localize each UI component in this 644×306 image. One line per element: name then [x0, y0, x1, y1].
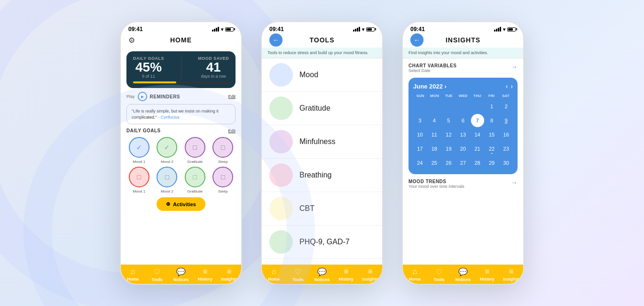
- cal-day-5[interactable]: 5: [442, 114, 455, 127]
- cal-day-21[interactable]: 21: [471, 142, 484, 155]
- cal-day-29[interactable]: 29: [485, 156, 498, 169]
- cal-day-24[interactable]: 24: [413, 156, 426, 169]
- wifi-icon-insights: ▾: [503, 27, 505, 32]
- tools-content: Mood Gratitude Minfulness Breathing CBT: [262, 58, 382, 265]
- tool-gratitude-label: Gratitude: [299, 104, 330, 113]
- tools-nav-icon-i: ♡: [436, 267, 442, 276]
- goal-circle-mood1b: □: [129, 167, 149, 187]
- cal-day-30[interactable]: 30: [500, 156, 513, 169]
- calendar-next[interactable]: ›: [510, 82, 513, 90]
- cal-day-13[interactable]: 13: [456, 128, 470, 141]
- cal-day-26[interactable]: 26: [442, 156, 455, 169]
- insights-content: CHART VARIABLES Select Date → June 2022 …: [403, 58, 523, 265]
- nav-home-t[interactable]: ⌂ Home: [262, 267, 286, 282]
- cal-day-empty1: [413, 100, 426, 113]
- square-icon-gratitudeb: □: [193, 173, 197, 181]
- cal-day-17[interactable]: 17: [413, 142, 426, 155]
- cal-day-7-today[interactable]: 7: [471, 114, 484, 127]
- battery-icon-insights: [507, 27, 516, 32]
- nav-home-i[interactable]: ⌂ Home: [403, 267, 427, 282]
- tool-phq[interactable]: PHQ-9, GAD-7: [262, 225, 382, 259]
- cal-day-14[interactable]: 14: [471, 128, 484, 141]
- cal-day-9[interactable]: 9: [500, 114, 513, 127]
- cal-day-27[interactable]: 27: [456, 156, 470, 169]
- insights-scroll: CHART VARIABLES Select Date → June 2022 …: [403, 58, 523, 265]
- goal-item-mood1b[interactable]: □ Mood 1: [126, 167, 152, 193]
- cal-day-10[interactable]: 10: [413, 128, 426, 141]
- battery-icon-tools: [366, 27, 375, 32]
- cal-day-6[interactable]: 6: [456, 114, 470, 127]
- goals-edit[interactable]: Edit: [228, 129, 236, 133]
- mood-trends-left: MOOD TRENDS Your mood over time interval…: [408, 179, 464, 189]
- goal-item-mood2[interactable]: ✓ Mood 2: [155, 137, 180, 164]
- nav-history-t[interactable]: ≡ History: [334, 267, 358, 282]
- tool-minfulness-circle: [269, 130, 293, 153]
- cal-day-15[interactable]: 15: [485, 128, 498, 141]
- nav-notices-i[interactable]: 💬 Notices: [451, 267, 475, 282]
- activities-plus-icon: ⊕: [166, 201, 170, 207]
- goal-item-sleepb[interactable]: □ Sleep: [211, 167, 236, 193]
- cal-day-20[interactable]: 20: [456, 142, 470, 155]
- home-nav-label-i: Home: [409, 277, 421, 282]
- reminders-edit[interactable]: Edit: [228, 94, 236, 99]
- tool-cbt[interactable]: CBT: [262, 192, 382, 225]
- cal-day-11[interactable]: 11: [428, 128, 441, 141]
- back-button-tools[interactable]: ←: [269, 33, 283, 47]
- history-nav-icon-i: ≡: [485, 267, 489, 276]
- chart-variables-arrow[interactable]: →: [511, 63, 518, 71]
- back-button-insights[interactable]: ←: [410, 33, 424, 47]
- nav-notices-t[interactable]: 💬 Notices: [310, 267, 334, 282]
- nav-tools[interactable]: ♡ Tools: [145, 267, 169, 282]
- reminders-section: Play ▶ REMINDERS Edit "Life is really si…: [126, 92, 236, 124]
- cal-day-25[interactable]: 25: [428, 156, 441, 169]
- reminders-left: Play ▶ REMINDERS: [126, 92, 180, 101]
- goal-label-gratitudeb: Gratitude: [187, 189, 203, 193]
- tool-breathing[interactable]: Breathing: [262, 159, 382, 192]
- goal-item-gratitudeb[interactable]: □ Gratitude: [182, 167, 208, 193]
- play-button[interactable]: ▶: [138, 92, 147, 101]
- goal-item-mood1[interactable]: ✓ Mood 1: [126, 137, 152, 164]
- reminders-title: REMINDERS: [150, 94, 181, 99]
- cal-day-4[interactable]: 4: [428, 114, 441, 127]
- tool-minfulness[interactable]: Minfulness: [262, 125, 382, 159]
- cal-day-28[interactable]: 28: [471, 156, 484, 169]
- goal-item-gratitude[interactable]: □ Gratitude: [182, 137, 208, 164]
- history-nav-label: History: [198, 277, 212, 282]
- tool-gratitude[interactable]: Gratitude: [262, 92, 382, 125]
- cal-day-19[interactable]: 19: [442, 142, 455, 155]
- nav-insights-t[interactable]: ≡ Insights: [358, 267, 382, 282]
- square-icon-sleepb: □: [221, 173, 225, 181]
- cal-day-23[interactable]: 23: [500, 142, 513, 155]
- nav-insights-i[interactable]: ≡ Insights: [499, 267, 523, 282]
- cal-day-8[interactable]: 8: [485, 114, 498, 127]
- nav-insights[interactable]: ≡ Insights: [217, 267, 241, 282]
- cal-day-22[interactable]: 22•: [485, 142, 498, 155]
- cal-day-16[interactable]: 16: [500, 128, 513, 141]
- cal-day-18[interactable]: 18: [428, 142, 441, 155]
- tool-mood[interactable]: Mood: [262, 58, 382, 92]
- cal-day-2[interactable]: 2: [500, 100, 513, 113]
- cal-day-1[interactable]: 1: [485, 100, 498, 113]
- cal-day-empty3: [442, 100, 455, 113]
- tool-gratitude-circle: [269, 97, 293, 120]
- nav-home[interactable]: ⌂ Home: [121, 267, 145, 282]
- goal-item-mood2b[interactable]: □ Mood 2: [155, 167, 180, 193]
- signal-icon-tools: [353, 27, 360, 32]
- cal-day-3[interactable]: 3: [413, 114, 426, 127]
- goal-item-sleep[interactable]: □ Sleep: [211, 137, 236, 164]
- mood-trends-arrow[interactable]: →: [511, 179, 518, 186]
- goals-left: DAILY GOALS 45% 5 of 11: [133, 56, 164, 79]
- home-nav-label-t: Home: [268, 277, 280, 282]
- calendar-nav: ‹ ›: [506, 82, 513, 90]
- tool-mood-circle: [269, 63, 293, 87]
- nav-tools-i[interactable]: ♡ Tools: [427, 267, 451, 282]
- cal-day-12[interactable]: 12: [442, 128, 455, 141]
- calendar-prev[interactable]: ‹: [506, 82, 508, 90]
- nav-tools-t[interactable]: ♡ Tools: [286, 267, 310, 282]
- gear-icon[interactable]: ⚙: [128, 36, 135, 45]
- nav-history[interactable]: ≡ History: [193, 267, 217, 282]
- notices-nav-label-t: Notices: [314, 277, 330, 282]
- activities-button[interactable]: ⊕ Activities: [157, 197, 205, 211]
- nav-notices[interactable]: 💬 Notices: [169, 267, 193, 282]
- nav-history-i[interactable]: ≡ History: [475, 267, 499, 282]
